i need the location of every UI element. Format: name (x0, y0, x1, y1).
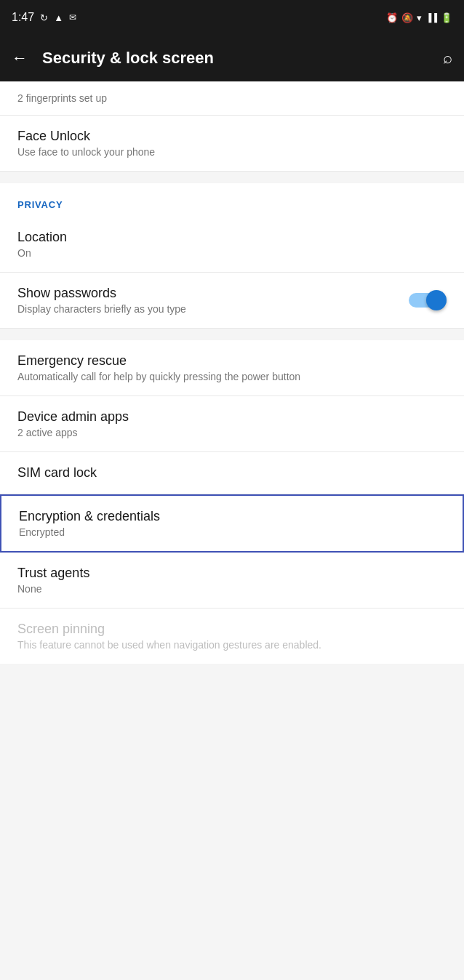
emergency-rescue-item[interactable]: Emergency rescue Automatically call for … (0, 340, 464, 396)
sim-card-lock-item[interactable]: SIM card lock (0, 452, 464, 494)
section-divider-emergency (0, 329, 464, 340)
sync-icon: ↻ (40, 12, 48, 23)
search-button[interactable]: ⌕ (443, 49, 452, 68)
screen-pinning-item: Screen pinning This feature cannot be us… (0, 609, 464, 664)
privacy-header-text: PRIVACY (17, 199, 63, 210)
show-passwords-text: Show passwords Display characters briefl… (17, 286, 409, 315)
trust-agents-subtitle: None (17, 583, 447, 595)
status-bar: 1:47 ↻ ▲ ✉ ⏰ 🔕 ▾ ▐▐ 🔋 (0, 0, 464, 35)
device-admin-subtitle: 2 active apps (17, 427, 447, 438)
show-passwords-subtitle: Display characters briefly as you type (17, 303, 409, 315)
encryption-title: Encryption & credentials (19, 509, 445, 524)
status-left: 1:47 ↻ ▲ ✉ (12, 11, 76, 24)
device-admin-title: Device admin apps (17, 409, 447, 425)
gmail-icon: ✉ (69, 12, 76, 23)
encryption-subtitle: Encrypted (19, 526, 445, 538)
wifi-icon: ▾ (417, 12, 422, 23)
settings-content: 2 fingerprints set up Face Unlock Use fa… (0, 81, 464, 664)
show-passwords-toggle[interactable] (409, 290, 447, 310)
location-icon: ▲ (54, 12, 63, 23)
notification-mute-icon: 🔕 (401, 12, 413, 23)
screen-pinning-title: Screen pinning (17, 622, 447, 637)
trust-agents-item[interactable]: Trust agents None (0, 553, 464, 609)
fingerprint-subtitle: 2 fingerprints set up (17, 92, 107, 104)
device-admin-item[interactable]: Device admin apps 2 active apps (0, 396, 464, 452)
sim-card-lock-title: SIM card lock (17, 465, 447, 481)
location-title: Location (17, 230, 447, 245)
privacy-section-header: PRIVACY (0, 183, 464, 217)
page-title: Security & lock screen (42, 49, 428, 68)
location-subtitle: On (17, 247, 447, 259)
toggle-thumb (426, 290, 447, 310)
screen-pinning-subtitle: This feature cannot be used when navigat… (17, 639, 447, 651)
face-unlock-title: Face Unlock (17, 129, 447, 144)
alarm-icon: ⏰ (386, 12, 398, 23)
back-button[interactable]: ← (12, 49, 28, 68)
trust-agents-title: Trust agents (17, 566, 447, 581)
emergency-rescue-title: Emergency rescue (17, 353, 447, 369)
signal-icon: ▐▐ (425, 13, 437, 22)
status-right: ⏰ 🔕 ▾ ▐▐ 🔋 (386, 12, 452, 23)
section-divider-privacy (0, 172, 464, 183)
encryption-credentials-item[interactable]: Encryption & credentials Encrypted (0, 494, 464, 553)
battery-icon: 🔋 (441, 12, 452, 23)
show-passwords-title: Show passwords (17, 286, 409, 301)
toolbar: ← Security & lock screen ⌕ (0, 35, 464, 81)
location-item[interactable]: Location On (0, 217, 464, 273)
fingerprint-partial-item: 2 fingerprints set up (0, 81, 464, 116)
status-time: 1:47 (12, 11, 34, 24)
show-passwords-item[interactable]: Show passwords Display characters briefl… (0, 273, 464, 329)
face-unlock-item[interactable]: Face Unlock Use face to unlock your phon… (0, 116, 464, 172)
emergency-rescue-subtitle: Automatically call for help by quickly p… (17, 371, 447, 382)
face-unlock-subtitle: Use face to unlock your phone (17, 146, 447, 158)
